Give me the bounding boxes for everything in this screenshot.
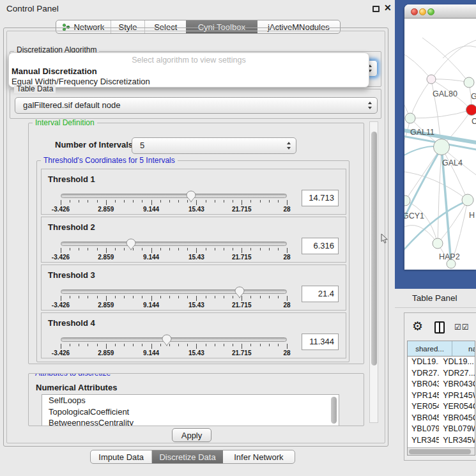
network-canvas[interactable]: GAL80GACGAL11GAL4GCY1HHAP2 bbox=[404, 19, 476, 270]
table-row[interactable]: YDR27...YDR27... bbox=[408, 368, 475, 380]
attribute-items: SelfLoopsTopologicalCoefficientBetweenne… bbox=[42, 395, 339, 426]
slider-tick-label: 9.144 bbox=[135, 206, 167, 213]
attribute-list-item[interactable]: SelfLoops bbox=[42, 395, 339, 406]
slider-tick-label: 2.859 bbox=[90, 349, 122, 357]
slider-track[interactable] bbox=[61, 337, 287, 342]
slider-thumb[interactable] bbox=[162, 334, 172, 346]
table-cell: YBR043C bbox=[439, 379, 475, 390]
table-cell: YER054C bbox=[408, 401, 439, 413]
slider-thumb[interactable] bbox=[126, 238, 136, 250]
column-header-name[interactable]: name bbox=[452, 341, 475, 357]
network-node[interactable] bbox=[464, 77, 474, 88]
network-node-label: H bbox=[469, 211, 475, 220]
column-header-shared-name[interactable]: shared... bbox=[408, 341, 452, 357]
checkboxes-icon[interactable]: ☑☑ bbox=[454, 323, 470, 332]
network-edge[interactable] bbox=[431, 79, 469, 82]
network-node[interactable] bbox=[434, 139, 450, 155]
threshold-value-field[interactable]: 11.344 bbox=[302, 334, 339, 350]
table-row[interactable]: YPR145WYPR145W bbox=[408, 390, 475, 402]
content-scrollbar-thumb[interactable] bbox=[371, 132, 377, 365]
slider-track[interactable] bbox=[61, 289, 287, 294]
table-row[interactable]: YDL19...YDL19... bbox=[408, 357, 475, 368]
slider-tick bbox=[61, 200, 61, 205]
table-cell: YPR145W bbox=[439, 390, 475, 402]
numerical-attributes-list[interactable]: SelfLoopsTopologicalCoefficientBetweenne… bbox=[42, 394, 339, 426]
slider-track[interactable] bbox=[61, 194, 287, 198]
table-row[interactable]: YBL079WYBL079W bbox=[408, 424, 475, 435]
slider-tick bbox=[79, 248, 79, 250]
network-edge[interactable] bbox=[404, 171, 468, 200]
slider-tick bbox=[224, 200, 224, 203]
slider-track[interactable] bbox=[61, 242, 287, 246]
threshold-value-field[interactable]: 21.4 bbox=[302, 286, 339, 302]
network-edge[interactable] bbox=[443, 46, 476, 58]
columns-icon[interactable] bbox=[434, 321, 445, 334]
slider-tick bbox=[79, 296, 79, 298]
slider-tick bbox=[196, 344, 197, 349]
apply-button[interactable]: Apply bbox=[172, 428, 211, 442]
slider-tick bbox=[160, 248, 161, 250]
slider-tick bbox=[88, 200, 88, 203]
network-node[interactable] bbox=[427, 75, 436, 84]
attributes-group-title: Attributes to discretize bbox=[33, 373, 113, 378]
gear-icon[interactable]: ⚙ bbox=[412, 319, 423, 334]
table-row[interactable]: YBR045CYBR045C bbox=[408, 413, 475, 424]
network-edge[interactable] bbox=[405, 147, 441, 201]
window-minimize-icon[interactable] bbox=[419, 8, 426, 15]
window-close-icon[interactable] bbox=[411, 8, 418, 15]
table-row[interactable]: YER054CYER054C bbox=[408, 401, 475, 413]
network-node[interactable] bbox=[462, 194, 473, 206]
threshold-panel-2: Threshold 2-3.4262.8599.14415.4321.71528… bbox=[41, 217, 346, 263]
network-edge[interactable] bbox=[438, 147, 441, 243]
float-window-icon[interactable] bbox=[372, 6, 380, 12]
table-cell: YDL19... bbox=[408, 357, 439, 368]
attribute-list-item[interactable]: TopologicalCoefficient bbox=[42, 406, 339, 418]
network-window-titlebar[interactable] bbox=[404, 4, 476, 19]
window-zoom-icon[interactable] bbox=[427, 8, 434, 15]
content-scrollbar[interactable] bbox=[369, 121, 378, 423]
tab-infer-network[interactable]: Infer Network bbox=[223, 450, 295, 463]
table-data-combobox[interactable]: galFiltered.sif default node bbox=[15, 97, 378, 114]
slider-tick-label: 21.715 bbox=[226, 302, 257, 309]
slider-tick bbox=[269, 248, 270, 250]
slider-tick bbox=[70, 200, 70, 203]
table-row[interactable]: YBR043CYBR043C bbox=[408, 379, 475, 390]
network-node[interactable] bbox=[433, 238, 443, 249]
slider-tick bbox=[260, 248, 261, 250]
number-of-intervals-combobox[interactable]: 5 bbox=[132, 137, 296, 154]
table-hscrollbar-thumb[interactable] bbox=[409, 449, 471, 454]
table-hscrollbar[interactable] bbox=[408, 447, 475, 455]
slider-thumb[interactable] bbox=[186, 190, 196, 203]
network-edge[interactable] bbox=[410, 79, 431, 118]
threshold-value-field[interactable]: 14.713 bbox=[302, 190, 339, 206]
network-node[interactable] bbox=[466, 105, 476, 116]
slider-tick bbox=[70, 248, 70, 250]
slider-tick bbox=[70, 344, 70, 346]
slider-thumb[interactable] bbox=[234, 286, 245, 298]
table-row[interactable]: YLR345WYLR345W bbox=[408, 435, 475, 447]
close-icon[interactable]: ✕ bbox=[384, 3, 392, 13]
tab-impute-data[interactable]: Impute Data bbox=[91, 450, 152, 463]
slider-tick-label: 9.144 bbox=[135, 349, 167, 357]
network-edge[interactable] bbox=[404, 226, 438, 243]
slider-tick bbox=[242, 248, 242, 253]
network-edge[interactable] bbox=[431, 39, 476, 79]
table-cell: YLR345W bbox=[439, 435, 475, 447]
dropdown-option-manual[interactable]: Manual Discretization bbox=[11, 66, 367, 76]
tab-discretize-data[interactable]: Discretize Data bbox=[152, 450, 222, 463]
dropdown-option-equal-width[interactable]: Equal Width/Frequency Discretization bbox=[11, 77, 367, 86]
slider-tick bbox=[151, 296, 152, 301]
network-node[interactable] bbox=[404, 196, 410, 206]
slider-tick bbox=[206, 296, 206, 298]
network-node-label: GAL11 bbox=[410, 128, 434, 137]
tab-infer-network-label: Infer Network bbox=[234, 452, 283, 462]
slider-tick-label: 15.43 bbox=[180, 206, 212, 213]
slider-tick-label: 21.715 bbox=[226, 254, 257, 261]
attributes-group: Attributes to discretize Numerical Attri… bbox=[28, 373, 364, 426]
network-edge[interactable] bbox=[410, 110, 472, 118]
attribute-list-item[interactable]: BetweennessCentrality bbox=[42, 417, 339, 426]
list-scrollbar-thumb[interactable] bbox=[331, 397, 337, 424]
threshold-value-field[interactable]: 6.316 bbox=[302, 238, 339, 254]
network-node[interactable] bbox=[405, 113, 415, 123]
network-edge[interactable] bbox=[404, 52, 431, 79]
